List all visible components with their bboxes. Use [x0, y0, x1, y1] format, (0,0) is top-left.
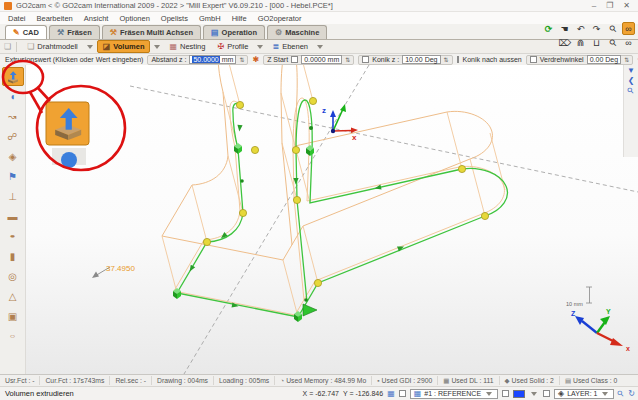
dropdown-icon[interactable]	[317, 45, 323, 49]
dropdown-icon[interactable]	[257, 45, 263, 49]
tool-boss-button[interactable]: ⊥	[2, 187, 24, 206]
dropdown-icon[interactable]	[154, 45, 160, 49]
reference-value: #1 : REFERENCE	[424, 390, 481, 397]
menu-hilfe[interactable]: Hilfe	[232, 14, 247, 23]
ribbon-drahtmodell[interactable]: ❏ Drahtmodell	[22, 41, 83, 52]
cursor-x-readout: X = -62.747	[303, 390, 339, 397]
tool-torus-button[interactable]: ◎	[2, 267, 24, 286]
apply-icon[interactable]: ✱	[252, 55, 259, 64]
tab-fraesen[interactable]: ⚒ Fräsen	[49, 25, 100, 39]
ribbon-ebenen[interactable]: ≣ Ebenen	[267, 41, 313, 52]
lock-icon[interactable]: ⋒	[574, 36, 587, 49]
dropdown-icon[interactable]	[87, 45, 93, 49]
zoom-window-icon[interactable]: ⚲	[603, 33, 621, 51]
menu-gmbh[interactable]: GmbH	[199, 14, 221, 23]
undo-icon[interactable]: ↶	[574, 22, 587, 35]
tab-cad[interactable]: ✎ CAD	[5, 25, 47, 39]
pan-hand-icon[interactable]: ☚	[558, 22, 571, 35]
zstart-value[interactable]: 0.0000	[304, 56, 325, 63]
konik-unit: Deg	[425, 56, 438, 63]
abstand-label: Abstand z :	[151, 56, 186, 63]
konik-spinner[interactable]: ⇅	[444, 56, 449, 63]
verdreh-checkbox[interactable]	[530, 56, 537, 63]
menu-datei[interactable]: Datei	[8, 14, 26, 23]
abstand-spinner[interactable]: ⇅	[239, 56, 244, 63]
tool-revolve-button[interactable]: ◖	[2, 87, 24, 106]
viewport[interactable]: z x 37.4950 10 mm Z Y	[26, 65, 638, 374]
gdi-icon: ▪	[377, 377, 379, 384]
konik-group: Konik z : 10.00 Deg ⇅	[358, 55, 452, 65]
menu-optionen[interactable]: Optionen	[119, 14, 149, 23]
ribbon-profile-label: Profile	[227, 42, 248, 51]
tab-operation[interactable]: ▤ Operation	[203, 25, 265, 39]
redo-icon[interactable]: ↷	[590, 22, 603, 35]
profile-start-flag	[303, 304, 317, 316]
strip-search-icon[interactable]: ⚲	[626, 86, 636, 96]
color-checkbox[interactable]	[502, 390, 509, 397]
menu-opelists[interactable]: Opelists	[161, 14, 188, 23]
ribbon-nesting[interactable]: ▦ Nesting	[164, 41, 210, 52]
operation-icon: ▤	[211, 29, 219, 37]
tool-disc-button[interactable]: ●	[2, 227, 24, 246]
dimension-value: 37.4950	[106, 264, 135, 273]
memory-icon: ◔	[280, 377, 284, 384]
nav-x-label: x	[626, 345, 630, 352]
menu-go2operator[interactable]: GO2operator	[258, 14, 302, 23]
verdreh-spinner[interactable]: ⇅	[624, 56, 629, 63]
konik-value[interactable]: 10.00	[405, 56, 423, 63]
tool-cylinder-button[interactable]: ▮	[2, 247, 24, 266]
close-button[interactable]: ✕	[623, 1, 630, 10]
display-mode-icon[interactable]: ∞	[622, 22, 635, 35]
command-zoom-icon[interactable]: ⚲	[616, 389, 626, 399]
visibility-icon[interactable]: ∞	[622, 36, 635, 49]
filter-icon[interactable]: ▼	[627, 67, 635, 75]
verdreh-field[interactable]: 0.00 Deg	[587, 55, 621, 64]
zstart-field[interactable]: 0.0000 mm	[301, 55, 342, 64]
ribbon-profile[interactable]: ✠ Profile	[212, 41, 253, 52]
konik-label: Konik z :	[372, 56, 399, 63]
collapse-icon[interactable]: ❮	[628, 77, 635, 85]
layer-value: LAYER: 1	[567, 390, 597, 397]
status-rel-sec: Rel.sec : -	[110, 376, 152, 385]
menu-bearbeiten[interactable]: Bearbeiten	[37, 14, 73, 23]
tool-surface-button[interactable]: ⚑	[2, 167, 24, 186]
color-swatch[interactable]	[513, 390, 525, 398]
regenerate-icon[interactable]: ⟳	[542, 22, 555, 35]
maximize-button[interactable]: ❐	[606, 1, 613, 10]
tool-cube-button[interactable]: ▣	[2, 307, 24, 326]
nav-triad[interactable]: Z Y x	[571, 308, 630, 352]
erase-icon[interactable]: ⌦	[558, 36, 571, 49]
konik-field[interactable]: 10.00 Deg	[402, 55, 440, 64]
scene-svg: z x 37.4950 10 mm Z Y	[26, 65, 638, 374]
zstart-spinner[interactable]: ⇅	[345, 56, 350, 63]
side-panel-strip: ▼ ❮ ⚲	[623, 65, 638, 157]
abstand-field[interactable]: 50.0000 mm	[189, 55, 236, 64]
menu-ansicht[interactable]: Ansicht	[84, 14, 109, 23]
tab-fraesen-multi-achsen[interactable]: ⚒ Fräsen Multi Achsen	[102, 25, 201, 39]
tool-ellipsoid-button[interactable]: ○	[2, 327, 24, 346]
verdreh-group: Verdrehwinkel 0.00 Deg ⇅	[526, 55, 633, 65]
konik-aussen-checkbox[interactable]	[457, 56, 459, 63]
abstand-value[interactable]: 50.0000	[192, 56, 219, 63]
dropdown-icon	[602, 392, 608, 396]
tool-cone-button[interactable]: △	[2, 287, 24, 306]
konik-checkbox[interactable]	[362, 56, 369, 63]
grid-snap-icon[interactable]: ▦	[387, 390, 395, 398]
reference-checkbox[interactable]	[399, 390, 406, 397]
reference-select[interactable]: ▦ #1 : REFERENCE	[410, 389, 498, 399]
tab-maschine[interactable]: ⚙ Maschine	[267, 25, 327, 39]
layer-select[interactable]: ◈ LAYER: 1	[554, 389, 614, 399]
tool-extrude-button[interactable]	[2, 67, 24, 86]
minimize-button[interactable]: –	[592, 1, 596, 10]
zstart-checkbox[interactable]	[291, 56, 298, 63]
tool-pipe-button[interactable]: ☍	[2, 127, 24, 146]
new-document-icon[interactable]: ❏	[4, 43, 11, 51]
tool-sweep-button[interactable]: ↝	[2, 107, 24, 126]
tool-plate-button[interactable]: ▬	[2, 207, 24, 226]
layer-checkbox[interactable]	[543, 390, 550, 397]
ribbon-volumen[interactable]: ◪ Volumen	[97, 40, 151, 53]
command-refresh-icon[interactable]: ↻	[628, 390, 635, 398]
tool-loft-button[interactable]: ◈	[2, 147, 24, 166]
verdreh-value[interactable]: 0.00	[590, 56, 604, 63]
delete-icon[interactable]: ⊔	[590, 36, 603, 49]
